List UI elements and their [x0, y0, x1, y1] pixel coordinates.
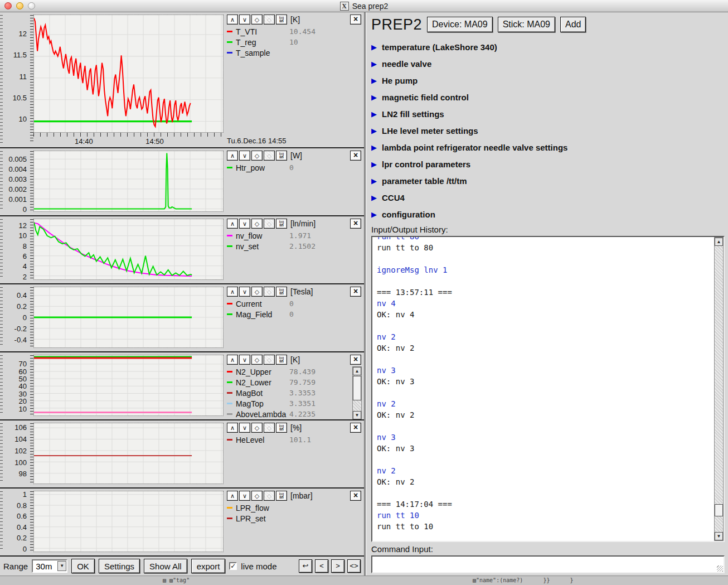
section-item-0[interactable]: ▶temperature (LakeShore 340)	[371, 38, 725, 55]
chart-panel: 24681012∧∨◇◇loglin[ln/min]×nv_flow1.971n…	[0, 215, 364, 283]
section-item-8[interactable]: ▶parameter table /tt/tm	[371, 172, 725, 189]
legend-row[interactable]: Current0	[227, 298, 362, 309]
up-arrow-button[interactable]: ∧	[227, 287, 238, 297]
close-panel-button[interactable]: ×	[350, 491, 361, 501]
device-button[interactable]: Device: MA09	[427, 17, 493, 32]
plot-area[interactable]	[33, 355, 224, 416]
settings-button[interactable]: Settings	[99, 559, 140, 573]
close-panel-button[interactable]: ×	[350, 14, 361, 25]
legend-row[interactable]: T_VTI10.454	[227, 26, 362, 37]
section-item-6[interactable]: ▶lambda point refrigerator needle valve …	[371, 139, 725, 156]
section-item-7[interactable]: ▶lpr control parameters	[371, 156, 725, 172]
zoom-diamond-button[interactable]: ◇	[251, 14, 263, 25]
scroll-down-icon[interactable]: ▼	[353, 411, 361, 419]
minimize-window-button[interactable]	[16, 2, 23, 9]
expand-range-button[interactable]: <>	[347, 559, 361, 573]
up-arrow-button[interactable]: ∧	[227, 14, 238, 25]
add-button[interactable]: Add	[560, 17, 586, 32]
legend-row[interactable]: nv_flow1.971	[227, 230, 362, 241]
legend-row[interactable]: LPR_flow	[227, 502, 362, 513]
scroll-down-icon[interactable]: ▼	[715, 532, 723, 540]
plot-area[interactable]	[33, 219, 224, 280]
legend-row[interactable]: Htr_pow0	[227, 162, 362, 173]
log-lin-toggle-button[interactable]: loglin	[276, 151, 287, 161]
legend-scrollbar[interactable]: ▲▼	[352, 366, 362, 420]
close-panel-button[interactable]: ×	[350, 287, 361, 297]
up-arrow-button[interactable]: ∧	[227, 151, 238, 161]
scrollbar-thumb[interactable]	[715, 504, 723, 516]
plot-area[interactable]	[33, 287, 224, 348]
legend-row[interactable]: MagTop3.3351	[227, 398, 352, 409]
section-item-3[interactable]: ▶magnetic field control	[371, 89, 725, 105]
up-arrow-button[interactable]: ∧	[227, 491, 238, 501]
scroll-up-icon[interactable]: ▲	[715, 238, 723, 246]
down-arrow-button[interactable]: ∨	[239, 287, 250, 297]
zoom-window-button[interactable]	[28, 2, 35, 9]
plot-area[interactable]	[33, 14, 224, 133]
close-panel-button[interactable]: ×	[350, 355, 361, 365]
range-select[interactable]: 30m ▼	[32, 559, 67, 573]
chevron-down-icon[interactable]: ▼	[57, 561, 66, 571]
down-arrow-button[interactable]: ∨	[239, 491, 250, 501]
legend-row[interactable]: T_reg10	[227, 37, 362, 47]
up-arrow-button[interactable]: ∧	[227, 355, 238, 365]
pan-left-button[interactable]: <	[315, 559, 328, 573]
log-lin-toggle-button[interactable]: loglin	[276, 491, 287, 501]
log-lin-toggle-button[interactable]: loglin	[276, 14, 287, 25]
lin-label: lin	[276, 496, 287, 499]
y-tick-label: 10	[19, 114, 27, 123]
pan-right-button[interactable]: >	[331, 559, 344, 573]
log-lin-toggle-button[interactable]: loglin	[276, 219, 287, 229]
down-arrow-button[interactable]: ∨	[239, 151, 250, 161]
legend-row[interactable]: MagBot3.3353	[227, 388, 352, 398]
close-panel-button[interactable]: ×	[350, 219, 361, 229]
zoom-diamond-button[interactable]: ◇	[251, 219, 263, 229]
scrollbar-thumb[interactable]	[353, 376, 361, 400]
section-item-10[interactable]: ▶configuration	[371, 206, 725, 223]
legend-row[interactable]: T_sample	[227, 47, 362, 58]
stick-button[interactable]: Stick: MA09	[498, 17, 555, 32]
legend-row[interactable]: HeLevel101.1	[227, 434, 362, 445]
plot-area[interactable]	[33, 491, 224, 552]
plot-area[interactable]	[33, 423, 224, 484]
terminal-scrollbar[interactable]: ▲ ▼	[714, 237, 724, 541]
zoom-diamond-button[interactable]: ◇	[251, 355, 263, 365]
scroll-up-icon[interactable]: ▲	[353, 367, 361, 375]
legend-row[interactable]: LPR_set	[227, 513, 362, 524]
log-lin-toggle-button[interactable]: loglin	[276, 287, 287, 297]
legend-row[interactable]: Mag_Field0	[227, 309, 362, 320]
io-history-terminal[interactable]: run tt 80run tt to 80 ignoreMsg lnv 1 ==…	[371, 236, 725, 542]
down-arrow-button[interactable]: ∨	[239, 423, 250, 433]
section-item-1[interactable]: ▶needle valve	[371, 55, 725, 72]
section-item-2[interactable]: ▶He pump	[371, 72, 725, 89]
down-arrow-button[interactable]: ∨	[239, 14, 250, 25]
close-panel-button[interactable]: ×	[350, 423, 361, 433]
section-item-5[interactable]: ▶LHe level meter settings	[371, 122, 725, 139]
up-arrow-button[interactable]: ∧	[227, 219, 238, 229]
zoom-diamond-button[interactable]: ◇	[251, 151, 263, 161]
legend-row[interactable]: nv_set2.1502	[227, 241, 362, 252]
section-item-4[interactable]: ▶LN2 fill settings	[371, 105, 725, 122]
command-input[interactable]	[372, 557, 724, 572]
down-arrow-button[interactable]: ∨	[239, 219, 250, 229]
close-panel-button[interactable]: ×	[350, 151, 361, 161]
up-arrow-button[interactable]: ∧	[227, 423, 238, 433]
zoom-diamond-button[interactable]: ◇	[251, 287, 263, 297]
close-window-button[interactable]	[4, 2, 12, 9]
log-lin-toggle-button[interactable]: loglin	[276, 423, 287, 433]
zoom-diamond-button[interactable]: ◇	[251, 491, 263, 501]
ok-button[interactable]: OK	[71, 559, 95, 573]
zoom-diamond-button[interactable]: ◇	[251, 423, 263, 433]
show-all-button[interactable]: Show All	[144, 559, 187, 573]
legend-row[interactable]: N2_Lower79.759	[227, 377, 352, 388]
log-lin-toggle-button[interactable]: loglin	[276, 355, 287, 365]
plot-area[interactable]	[33, 151, 224, 212]
resize-grip-icon[interactable]	[717, 565, 723, 572]
legend-row[interactable]: AboveLambda4.2235	[227, 409, 352, 419]
reset-zoom-button[interactable]: ↩	[299, 559, 312, 573]
section-item-9[interactable]: ▶CCU4	[371, 189, 725, 206]
live-mode-checkbox[interactable]: ✓	[229, 562, 237, 570]
legend-row[interactable]: N2_Upper78.439	[227, 366, 352, 377]
export-button[interactable]: export	[191, 559, 226, 573]
down-arrow-button[interactable]: ∨	[239, 355, 250, 365]
